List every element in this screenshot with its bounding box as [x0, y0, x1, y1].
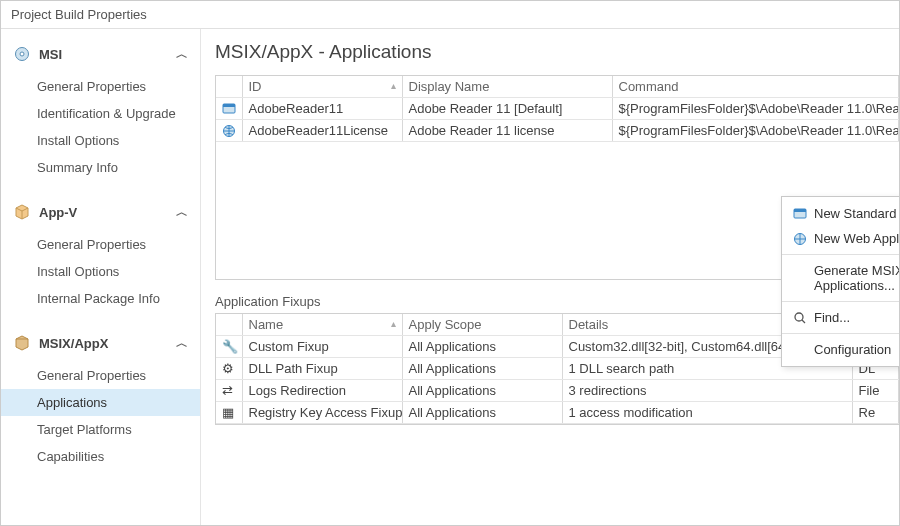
menu-separator [782, 254, 899, 255]
svg-marker-6 [16, 336, 28, 350]
cell-type: Re [852, 402, 899, 424]
svg-rect-9 [223, 104, 235, 107]
content-area: MSIX/AppX - Applications ID▴ Display Nam… [201, 29, 899, 525]
web-app-icon [216, 120, 242, 142]
menu-new-web-app[interactable]: New Web Application... [782, 226, 899, 251]
page-title: MSIX/AppX - Applications [215, 41, 899, 63]
menu-item-label: Find... [810, 310, 899, 325]
cell-scope: All Applications [402, 380, 562, 402]
sort-icon: ▴ [391, 80, 396, 91]
cell-details: 3 redirections [562, 380, 852, 402]
cell-details: 1 access modification [562, 402, 852, 424]
menu-item-label: Generate MSIX/AppX Applications... [810, 263, 899, 293]
sidebar-item-install-options[interactable]: Install Options [1, 127, 200, 154]
menu-item-label: New Web Application... [810, 231, 899, 246]
svg-line-15 [802, 320, 805, 323]
cell-type: File [852, 380, 899, 402]
window-title: Project Build Properties [1, 1, 899, 29]
cell-id: AdobeReader11License [242, 120, 402, 142]
menu-item-label: New Standard Application... [810, 206, 899, 221]
sidebar-item-general-properties[interactable]: General Properties [1, 362, 200, 389]
sidebar-section-appv[interactable]: App-V ︿ [1, 195, 200, 229]
menu-separator [782, 333, 899, 334]
cell-display: Adobe Reader 11 [Default] [402, 98, 612, 120]
registry-icon: ▦ [216, 402, 242, 424]
table-row[interactable]: ⇄ Logs Redirection All Applications 3 re… [216, 380, 899, 402]
sidebar-item-internal-package-info[interactable]: Internal Package Info [1, 285, 200, 312]
sidebar-item-capabilities[interactable]: Capabilities [1, 443, 200, 470]
dll-icon: ⚙ [216, 358, 242, 380]
sidebar-item-summary-info[interactable]: Summary Info [1, 154, 200, 181]
search-icon [790, 311, 810, 325]
chevron-up-icon: ︿ [176, 204, 188, 221]
sidebar-section-label: MSIX/AppX [39, 336, 108, 351]
column-header-command[interactable]: Command [612, 76, 899, 98]
cell-id: AdobeReader11 [242, 98, 402, 120]
sidebar: MSI ︿ General Properties Identification … [1, 29, 201, 525]
menu-configuration[interactable]: Configuration ▶ [782, 337, 899, 362]
redirect-icon: ⇄ [216, 380, 242, 402]
sidebar-item-target-platforms[interactable]: Target Platforms [1, 416, 200, 443]
menu-item-label: Configuration [810, 342, 899, 357]
sidebar-item-install-options[interactable]: Install Options [1, 258, 200, 285]
sidebar-item-general-properties[interactable]: General Properties [1, 73, 200, 100]
cell-scope: All Applications [402, 402, 562, 424]
svg-rect-12 [794, 209, 806, 212]
cell-scope: All Applications [402, 336, 562, 358]
column-header-scope[interactable]: Apply Scope [402, 314, 562, 336]
cell-scope: All Applications [402, 358, 562, 380]
package-icon [13, 203, 31, 221]
svg-point-14 [795, 313, 803, 321]
column-header-icon[interactable] [216, 76, 242, 98]
sidebar-section-label: MSI [39, 47, 62, 62]
sidebar-section-msi[interactable]: MSI ︿ [1, 37, 200, 71]
cell-name: Custom Fixup [242, 336, 402, 358]
sidebar-section-msix[interactable]: MSIX/AppX ︿ [1, 326, 200, 360]
column-header-id[interactable]: ID▴ [242, 76, 402, 98]
cell-name: Logs Redirection [242, 380, 402, 402]
sidebar-item-general-properties[interactable]: General Properties [1, 231, 200, 258]
column-header-icon[interactable] [216, 314, 242, 336]
svg-point-1 [20, 52, 24, 56]
app-icon [216, 98, 242, 120]
menu-find[interactable]: Find... Ctrl+F [782, 305, 899, 330]
column-header-display[interactable]: Display Name [402, 76, 612, 98]
chevron-up-icon: ︿ [176, 46, 188, 63]
sidebar-item-applications[interactable]: Applications [1, 389, 200, 416]
cell-display: Adobe Reader 11 license [402, 120, 612, 142]
chevron-up-icon: ︿ [176, 335, 188, 352]
sidebar-section-label: App-V [39, 205, 77, 220]
cell-name: DLL Path Fixup [242, 358, 402, 380]
cell-name: Registry Key Access Fixup [242, 402, 402, 424]
table-row[interactable]: ▦ Registry Key Access Fixup All Applicat… [216, 402, 899, 424]
context-menu: New Standard Application... New Web Appl… [781, 196, 899, 367]
menu-new-standard-app[interactable]: New Standard Application... [782, 201, 899, 226]
disc-icon [13, 45, 31, 63]
globe-icon [790, 232, 810, 246]
table-row[interactable]: AdobeReader11 Adobe Reader 11 [Default] … [216, 98, 899, 120]
wrench-icon: 🔧 [216, 336, 242, 358]
app-icon [790, 207, 810, 221]
menu-generate-msix[interactable]: Generate MSIX/AppX Applications... [782, 258, 899, 298]
sidebar-item-identification-upgrade[interactable]: Identification & Upgrade [1, 100, 200, 127]
column-header-name[interactable]: Name▴ [242, 314, 402, 336]
box-icon [13, 334, 31, 352]
menu-separator [782, 301, 899, 302]
table-row[interactable]: AdobeReader11License Adobe Reader 11 lic… [216, 120, 899, 142]
cell-command: ${ProgramFilesFolder}$\Adobe\Reader 11.0… [612, 120, 899, 142]
sort-icon: ▴ [391, 318, 396, 329]
cell-command: ${ProgramFilesFolder}$\Adobe\Reader 11.0… [612, 98, 899, 120]
